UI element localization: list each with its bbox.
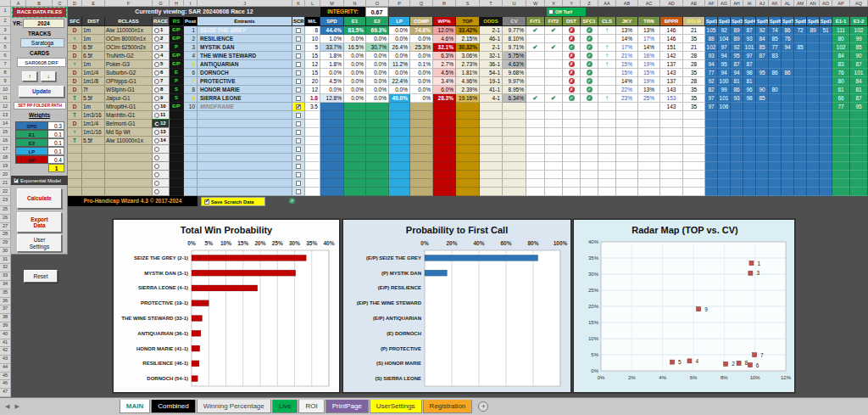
reset-button[interactable]: Reset xyxy=(24,270,58,283)
scratch-cell[interactable] xyxy=(292,188,305,196)
weight-value[interactable]: 0.4 xyxy=(48,155,64,164)
off-turf-toggle[interactable]: Off Turf xyxy=(547,8,586,16)
scratch-checkbox[interactable] xyxy=(296,70,301,76)
weight-value[interactable]: 0.1 xyxy=(48,138,64,147)
scratch-cell[interactable] xyxy=(292,52,305,60)
scratch-cell[interactable] xyxy=(292,145,305,154)
race-select-radio[interactable] xyxy=(153,154,170,162)
scratch-cell[interactable] xyxy=(292,60,305,69)
race-select-radio[interactable]: 2 xyxy=(153,35,170,43)
race-select-radio[interactable]: 3 xyxy=(153,43,170,52)
radio-icon[interactable] xyxy=(154,28,159,33)
scratch-checkbox[interactable] xyxy=(296,45,301,50)
tab-main[interactable]: MAIN xyxy=(120,400,150,413)
card-down-button[interactable]: ↓ xyxy=(41,71,56,81)
scratch-checkbox[interactable] xyxy=(296,104,301,109)
radio-icon[interactable] xyxy=(154,164,159,169)
race-select-radio[interactable]: 11 xyxy=(153,111,170,120)
radio-icon[interactable] xyxy=(154,36,159,42)
scratch-cell[interactable] xyxy=(292,137,305,145)
scratch-checkbox[interactable] xyxy=(296,164,301,169)
track-select[interactable]: Saratoga xyxy=(20,38,64,48)
radio-icon[interactable] xyxy=(154,172,159,177)
scratch-cell[interactable] xyxy=(292,128,305,137)
radio-icon[interactable] xyxy=(154,87,159,93)
radio-icon[interactable] xyxy=(154,138,159,143)
scratch-cell[interactable] xyxy=(292,94,305,103)
race-select-radio[interactable]: 13 xyxy=(153,128,170,137)
race-select-radio[interactable]: 9 xyxy=(153,94,170,103)
scratch-cell[interactable] xyxy=(292,86,305,94)
scratch-checkbox[interactable] xyxy=(296,62,301,67)
race-select-radio[interactable]: 10 xyxy=(153,103,170,111)
user-settings-button[interactable]: User Settings xyxy=(17,234,62,252)
race-select-radio[interactable]: 4 xyxy=(153,52,170,60)
scratch-cell[interactable] xyxy=(292,26,305,35)
card-up-button[interactable]: ↑ xyxy=(22,71,37,81)
scratch-checkbox[interactable] xyxy=(296,113,301,118)
tab-printpage[interactable]: PrintPage xyxy=(326,400,369,413)
radio-icon[interactable] xyxy=(154,70,159,76)
tab-winning-percentage[interactable]: Winning Percentage xyxy=(197,400,271,413)
race-select-radio[interactable]: 5 xyxy=(153,60,170,69)
calculate-button[interactable]: Calculate xyxy=(17,188,62,209)
race-select-radio[interactable]: 6 xyxy=(153,69,170,77)
weight-value[interactable]: 0.3 xyxy=(48,121,64,130)
tab-combined[interactable]: Combined xyxy=(151,400,195,413)
radio-icon[interactable] xyxy=(154,53,159,59)
tab-scroll-left-icon[interactable]: ◀ xyxy=(5,403,9,410)
scratch-checkbox[interactable] xyxy=(296,96,301,101)
scratch-cell[interactable] xyxy=(292,162,305,171)
scratch-cell[interactable] xyxy=(292,35,305,43)
tab-roi[interactable]: ROI xyxy=(298,400,324,413)
scratch-checkbox[interactable] xyxy=(296,155,301,160)
scratch-checkbox[interactable] xyxy=(296,87,301,93)
scratch-cell[interactable] xyxy=(292,179,305,188)
card-select[interactable]: SAR0608.DRF xyxy=(17,58,66,67)
exponential-model-toggle[interactable]: Exponential Model xyxy=(11,176,68,185)
scratch-checkbox[interactable] xyxy=(296,172,301,177)
tab-live[interactable]: Live xyxy=(272,400,298,413)
race-select-radio[interactable]: 7 xyxy=(153,77,170,86)
radio-icon[interactable] xyxy=(154,189,159,194)
radio-icon[interactable] xyxy=(154,79,159,84)
radio-icon[interactable] xyxy=(154,45,159,50)
race-select-radio[interactable]: 12 xyxy=(153,120,170,128)
scratch-checkbox[interactable] xyxy=(296,130,301,135)
tab-usersettings[interactable]: UserSettings xyxy=(370,400,422,413)
scratch-cell[interactable] xyxy=(292,77,305,86)
add-sheet-icon[interactable]: + xyxy=(478,401,488,412)
save-scratch-toggle[interactable]: Save Scratch Data xyxy=(201,197,265,206)
export-data-button[interactable]: Export Data xyxy=(17,212,62,233)
scratch-cell[interactable] xyxy=(292,103,305,111)
scratch-cell[interactable] xyxy=(292,43,305,52)
scratch-cell[interactable] xyxy=(292,111,305,120)
scratch-checkbox[interactable] xyxy=(296,36,301,42)
tab-scroll-right-icon[interactable]: ▶ xyxy=(14,403,19,410)
race-select-radio[interactable]: 14 xyxy=(153,137,170,145)
year-value[interactable]: 2024 xyxy=(23,19,64,28)
off-turf-checkbox[interactable] xyxy=(548,9,554,14)
race-data-files-button[interactable]: RACE DATA FILES xyxy=(13,8,66,17)
set-pp-folder-path-button[interactable]: SET PP FOLDER PATH xyxy=(14,102,66,109)
exponential-model-checkbox[interactable] xyxy=(14,178,19,183)
radio-icon[interactable] xyxy=(154,96,159,101)
race-select-radio[interactable]: 1 xyxy=(153,26,170,35)
weight-value[interactable]: 0.1 xyxy=(48,147,64,155)
radio-icon[interactable] xyxy=(154,181,159,186)
race-select-radio[interactable] xyxy=(153,162,170,171)
scratch-checkbox[interactable] xyxy=(296,79,301,84)
radio-icon[interactable] xyxy=(154,62,159,67)
radio-icon[interactable] xyxy=(154,147,159,152)
weight-value[interactable]: 0.1 xyxy=(48,130,64,138)
scratch-checkbox[interactable] xyxy=(296,28,301,33)
radio-icon[interactable] xyxy=(154,104,159,109)
race-select-radio[interactable]: 8 xyxy=(153,86,170,94)
scratch-checkbox[interactable] xyxy=(296,121,301,126)
scratch-checkbox[interactable] xyxy=(296,138,301,143)
race-select-radio[interactable] xyxy=(153,188,170,196)
scratch-checkbox[interactable] xyxy=(296,53,301,59)
scratch-cell[interactable] xyxy=(292,120,305,128)
tab-registration[interactable]: Registration xyxy=(423,400,473,413)
scratch-cell[interactable] xyxy=(292,171,305,179)
